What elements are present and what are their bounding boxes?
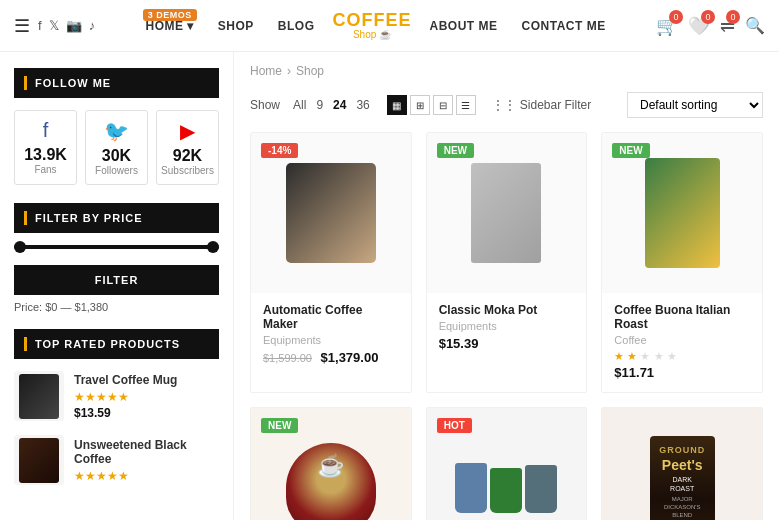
- compare-icon[interactable]: ⇌0: [720, 15, 735, 37]
- show-label: Show: [250, 98, 280, 112]
- twitter-count: 30K: [90, 147, 143, 165]
- main-content: Home › Shop Show All 9 24 36 ▦ ⊞ ⊟ ☰ ⋮⋮ …: [234, 52, 779, 520]
- old-price-1: $1,599.00: [263, 352, 312, 364]
- product-card-4: NEW ☕ Coffee Bowl Special Coffee $9.99: [250, 407, 412, 520]
- main-nav: 3 DEMOS HOME ▾ SHOP BLOG COFFEE Shop ☕ A…: [133, 11, 617, 40]
- new-price-1: $1,379.00: [321, 350, 379, 365]
- product-badge-4: NEW: [261, 418, 298, 433]
- top-rated-title: TOP RATED PRODUCTS: [14, 329, 219, 359]
- shop-toolbar: Show All 9 24 36 ▦ ⊞ ⊟ ☰ ⋮⋮ Sidebar Filt…: [250, 92, 763, 118]
- top-rated-item-2: Unsweetened Black Coffee ★★★★★: [14, 435, 219, 485]
- star-filled-2: ★: [627, 350, 637, 362]
- peets-roast: DARKROAST: [670, 475, 694, 493]
- price-handle-left[interactable]: [14, 241, 26, 253]
- top-rated-info-1: Travel Coffee Mug ★★★★★ $13.59: [74, 373, 177, 420]
- breadcrumb-home[interactable]: Home: [250, 64, 282, 78]
- product-category-1: Equipments: [263, 334, 399, 346]
- grid-small-view-icon[interactable]: ⊞: [410, 95, 430, 115]
- top-rated-name-2[interactable]: Unsweetened Black Coffee: [74, 438, 219, 466]
- nav-about[interactable]: ABOUT ME: [418, 19, 510, 33]
- product-grid: -14% Automatic Coffee Maker Equipments $…: [250, 132, 763, 520]
- sort-select[interactable]: Default sorting Price: Low to High Price…: [627, 92, 763, 118]
- show-all[interactable]: All: [290, 97, 309, 113]
- product-badge-1: -14%: [261, 143, 298, 158]
- nav-home[interactable]: 3 DEMOS HOME ▾: [133, 19, 205, 33]
- italian-roast-image: [645, 158, 720, 268]
- follow-me-title: FOLLOW ME: [14, 68, 219, 98]
- demos-badge: 3 DEMOS: [143, 9, 197, 21]
- peets-label: GROUND: [659, 445, 705, 455]
- price-handle-right[interactable]: [207, 241, 219, 253]
- show-9[interactable]: 9: [313, 97, 326, 113]
- site-logo[interactable]: COFFEE Shop ☕: [333, 11, 412, 40]
- mug-3: [525, 465, 557, 513]
- star-empty-2: ★: [654, 350, 664, 362]
- wishlist-icon[interactable]: 🤍0: [688, 15, 710, 37]
- sidebar-filter-label: Sidebar Filter: [520, 98, 591, 112]
- follow-cards: f 13.9K Fans 🐦 30K Followers ▶ 92K Subsc…: [14, 110, 219, 185]
- product-card-5: HOT Coffee Mugs Set Equipments $24.99: [426, 407, 588, 520]
- price-range-text: Price: $0 — $1,380: [14, 301, 219, 313]
- product-name-3[interactable]: Coffee Buona Italian Roast: [614, 303, 750, 331]
- header-right: 🛒0 🤍0 ⇌0 🔍: [656, 15, 765, 37]
- bowl-contents: ☕: [317, 453, 344, 479]
- top-rated-name-1[interactable]: Travel Coffee Mug: [74, 373, 177, 387]
- breadcrumb: Home › Shop: [250, 64, 763, 78]
- show-36[interactable]: 36: [353, 97, 372, 113]
- product-category-3: Coffee: [614, 334, 750, 346]
- coffee-maker-image: [286, 163, 376, 263]
- twitter-label: Followers: [90, 165, 143, 176]
- product-info-2: Classic Moka Pot Equipments $15.39: [427, 293, 587, 363]
- nav-shop[interactable]: SHOP: [206, 19, 266, 33]
- facebook-count: 13.9K: [19, 146, 72, 164]
- twitter-social-icon: 🐦: [90, 119, 143, 143]
- star-filled-1: ★: [614, 350, 624, 362]
- grid-view-icon[interactable]: ▦: [387, 95, 407, 115]
- list-view-icon[interactable]: ☰: [456, 95, 476, 115]
- facebook-label: Fans: [19, 164, 72, 175]
- sidebar: FOLLOW ME f 13.9K Fans 🐦 30K Followers ▶…: [0, 52, 234, 520]
- top-rated-stars-1: ★★★★★: [74, 390, 177, 404]
- price-filter: FILTER Price: $0 — $1,380: [14, 245, 219, 313]
- sidebar-filter-btn[interactable]: ⋮⋮ Sidebar Filter: [492, 98, 591, 112]
- nav-blog[interactable]: BLOG: [266, 19, 327, 33]
- mug-1: [455, 463, 487, 513]
- grid-large-view-icon[interactable]: ⊟: [433, 95, 453, 115]
- cart-icon[interactable]: 🛒0: [656, 15, 678, 37]
- twitter-follow-card[interactable]: 🐦 30K Followers: [85, 110, 148, 185]
- youtube-count: 92K: [161, 147, 214, 165]
- menu-icon[interactable]: ☰: [14, 15, 30, 37]
- show-options: All 9 24 36: [290, 97, 373, 113]
- nav-contact[interactable]: CONTACT ME: [510, 19, 618, 33]
- top-rated-img-2: [14, 435, 64, 485]
- product-name-2[interactable]: Classic Moka Pot: [439, 303, 575, 317]
- top-rated-stars-2: ★★★★★: [74, 469, 219, 483]
- top-rated-price-1: $13.59: [74, 406, 177, 420]
- product-name-1[interactable]: Automatic Coffee Maker: [263, 303, 399, 331]
- tiktok-icon[interactable]: ♪: [89, 18, 96, 33]
- youtube-follow-card[interactable]: ▶ 92K Subscribers: [156, 110, 219, 185]
- product-card-3: NEW Coffee Buona Italian Roast Coffee ★ …: [601, 132, 763, 393]
- product-img-3: NEW: [602, 133, 762, 293]
- product-card-1: -14% Automatic Coffee Maker Equipments $…: [250, 132, 412, 393]
- travel-mug-image: [19, 374, 59, 419]
- search-icon[interactable]: 🔍: [745, 16, 765, 35]
- view-icons: ▦ ⊞ ⊟ ☰: [387, 95, 476, 115]
- facebook-social-icon: f: [19, 119, 72, 142]
- wishlist-badge: 0: [701, 10, 715, 24]
- star-empty-3: ★: [667, 350, 677, 362]
- product-info-1: Automatic Coffee Maker Equipments $1,599…: [251, 293, 411, 377]
- facebook-icon[interactable]: f: [38, 18, 42, 33]
- logo-text: COFFEE: [333, 11, 412, 29]
- price-slider-bar[interactable]: [14, 245, 219, 249]
- star-empty-1: ★: [640, 350, 650, 362]
- youtube-label: Subscribers: [161, 165, 214, 176]
- facebook-follow-card[interactable]: f 13.9K Fans: [14, 110, 77, 185]
- show-24[interactable]: 24: [330, 97, 349, 113]
- filter-button[interactable]: FILTER: [14, 265, 219, 295]
- twitter-icon[interactable]: 𝕏: [49, 18, 59, 33]
- product-img-6: GROUND Peet's DARKROAST MAJORDICKASON'SB…: [602, 408, 762, 520]
- compare-badge: 0: [726, 10, 740, 24]
- product-category-2: Equipments: [439, 320, 575, 332]
- instagram-icon[interactable]: 📷: [66, 18, 82, 33]
